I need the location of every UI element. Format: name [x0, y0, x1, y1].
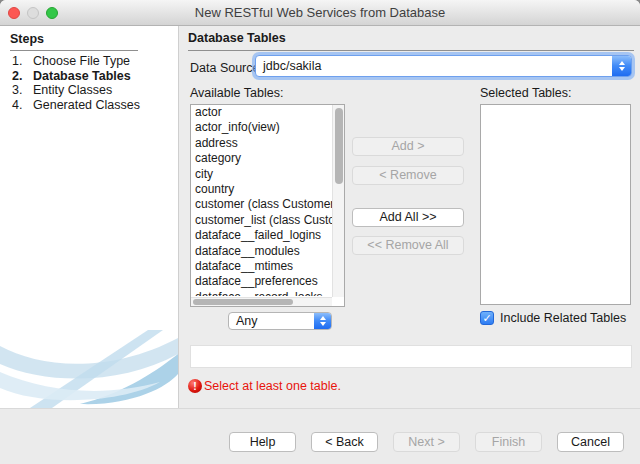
step-generated-classes: 4. Generated Classes: [12, 98, 140, 113]
list-item[interactable]: dataface__failed_logins: [191, 228, 332, 243]
remove-all-button[interactable]: << Remove All: [352, 236, 464, 255]
step-label: Entity Classes: [33, 83, 112, 98]
list-item[interactable]: actor: [191, 105, 332, 120]
netbeans-swoosh-graphic: [0, 324, 178, 408]
list-item[interactable]: country: [191, 182, 332, 197]
list-item[interactable]: dataface__modules: [191, 244, 332, 259]
list-item[interactable]: customer_list (class Custo: [191, 213, 332, 228]
add-button[interactable]: Add >: [352, 137, 464, 156]
checkbox-checked-icon[interactable]: ✓: [480, 311, 494, 325]
vertical-scrollbar[interactable]: [332, 105, 344, 297]
combo-stepper-icon[interactable]: [314, 313, 331, 329]
list-item[interactable]: address: [191, 136, 332, 151]
available-tables-rows: actor actor_info(view) address category …: [191, 105, 332, 297]
include-related-tables-label: Include Related Tables: [500, 311, 626, 325]
step-label: Database Tables: [33, 69, 131, 84]
window-title: New RESTful Web Services from Database: [0, 5, 640, 20]
selected-tables-label: Selected Tables:: [480, 86, 572, 100]
data-source-combobox[interactable]: jdbc/sakila: [255, 55, 632, 77]
remove-button[interactable]: < Remove: [352, 166, 464, 185]
description-field: [190, 345, 632, 368]
list-item-clipped[interactable]: dataface__record_locks: [191, 290, 332, 296]
list-item[interactable]: dataface__preferences: [191, 274, 332, 289]
horizontal-scrollbar[interactable]: [191, 297, 332, 306]
help-button[interactable]: Help: [229, 432, 296, 452]
next-button[interactable]: Next >: [393, 432, 460, 452]
panel-heading: Database Tables: [188, 31, 634, 51]
steps-list: 1. Choose File Type 2. Database Tables 3…: [12, 54, 140, 112]
step-label: Generated Classes: [33, 98, 140, 113]
step-database-tables: 2. Database Tables: [12, 69, 140, 84]
list-item[interactable]: category: [191, 151, 332, 166]
selected-tables-list[interactable]: [480, 104, 631, 305]
combo-stepper-icon[interactable]: [612, 56, 631, 76]
scrollbar-thumb[interactable]: [335, 108, 343, 184]
wizard-dialog: New RESTful Web Services from Database S…: [0, 0, 640, 464]
list-item[interactable]: actor_info(view): [191, 120, 332, 135]
available-tables-list[interactable]: actor actor_info(view) address category …: [190, 104, 345, 307]
list-item[interactable]: customer (class Customer: [191, 197, 332, 212]
finish-button[interactable]: Finish: [475, 432, 542, 452]
back-button[interactable]: < Back: [311, 432, 378, 452]
title-bar: New RESTful Web Services from Database: [0, 0, 640, 26]
cancel-button[interactable]: Cancel: [557, 432, 624, 452]
table-filter-value: Any: [229, 314, 314, 328]
data-source-label: Data Source:: [190, 61, 263, 75]
validation-message-text: Select at least one table.: [204, 379, 341, 393]
data-source-value: jdbc/sakila: [256, 59, 612, 73]
include-related-tables-option[interactable]: ✓ Include Related Tables: [480, 311, 626, 325]
table-filter-combobox[interactable]: Any: [228, 312, 332, 330]
wizard-footer: Help < Back Next > Finish Cancel: [0, 408, 640, 464]
step-label: Choose File Type: [33, 54, 130, 69]
step-entity-classes: 3. Entity Classes: [12, 83, 140, 98]
steps-sidebar: Steps 1. Choose File Type 2. Database Ta…: [0, 26, 179, 408]
scrollbar-thumb[interactable]: [193, 299, 293, 305]
validation-message: ! Select at least one table.: [188, 379, 341, 393]
list-item[interactable]: dataface__mtimes: [191, 259, 332, 274]
available-tables-label: Available Tables:: [190, 86, 283, 100]
list-item[interactable]: city: [191, 167, 332, 182]
steps-heading: Steps: [10, 32, 138, 51]
step-choose-file-type: 1. Choose File Type: [12, 54, 140, 69]
add-all-button[interactable]: Add All >>: [352, 208, 464, 227]
error-icon: !: [188, 379, 202, 393]
